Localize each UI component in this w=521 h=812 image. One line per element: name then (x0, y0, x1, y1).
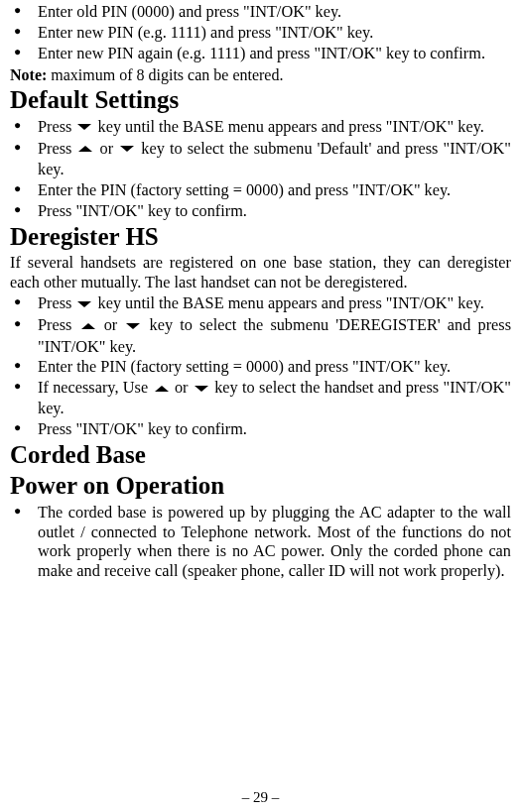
text: If necessary, Use (38, 378, 153, 397)
list-item: Press key until the BASE menu appears an… (10, 117, 511, 138)
list-item: The corded base is powered up by pluggin… (10, 503, 511, 582)
svg-marker-6 (155, 386, 169, 392)
list-item: Enter old PIN (0000) and press "INT/OK" … (10, 2, 511, 22)
svg-marker-2 (120, 146, 134, 152)
list-item: Enter new PIN again (e.g. 1111) and pres… (10, 44, 511, 63)
text: Press (38, 139, 76, 158)
list-item: Press "INT/OK" key to confirm. (10, 201, 511, 221)
heading-power-on: Power on Operation (10, 472, 511, 501)
svg-marker-1 (78, 146, 92, 152)
svg-marker-4 (81, 323, 95, 329)
down-arrow-icon (118, 138, 136, 158)
list-item: Press or key to select the submenu 'DERE… (10, 315, 511, 356)
text: or (97, 315, 125, 334)
heading-default-settings: Default Settings (10, 86, 511, 115)
list-item: Press "INT/OK" key to confirm. (10, 419, 511, 439)
text: or (94, 139, 118, 158)
note-text: maximum of 8 digits can be entered. (47, 66, 283, 83)
default-settings-list: Press key until the BASE menu appears an… (10, 117, 511, 221)
down-arrow-icon (124, 315, 142, 335)
power-on-list: The corded base is powered up by pluggin… (10, 503, 511, 582)
page-number: – 29 – (0, 789, 521, 806)
note-label: Note: (10, 66, 47, 83)
up-arrow-icon (79, 315, 97, 335)
text: or (171, 378, 193, 397)
text: key until the BASE menu appears and pres… (93, 293, 483, 312)
svg-marker-3 (77, 301, 91, 307)
deregister-list: Press key until the BASE menu appears an… (10, 293, 511, 439)
up-arrow-icon (76, 138, 94, 158)
down-arrow-icon (193, 378, 210, 398)
svg-marker-7 (195, 386, 208, 392)
note-line: Note: maximum of 8 digits can be entered… (10, 65, 511, 84)
list-item: If necessary, Use or key to select the h… (10, 378, 511, 418)
text: Press (38, 293, 75, 312)
text: key until the BASE menu appears and pres… (93, 117, 483, 136)
pin-change-list: Enter old PIN (0000) and press "INT/OK" … (10, 2, 511, 63)
heading-corded-base: Corded Base (10, 441, 511, 470)
list-item: Press key until the BASE menu appears an… (10, 293, 511, 314)
svg-marker-5 (126, 323, 140, 329)
page: Enter old PIN (0000) and press "INT/OK" … (0, 0, 521, 812)
list-item: Press or key to select the submenu 'Defa… (10, 139, 511, 179)
list-item: Enter the PIN (factory setting = 0000) a… (10, 180, 511, 200)
svg-marker-0 (77, 124, 91, 130)
up-arrow-icon (153, 378, 171, 398)
list-item: Enter new PIN (e.g. 1111) and press "INT… (10, 23, 511, 43)
heading-deregister-hs: Deregister HS (10, 223, 511, 252)
down-arrow-icon (75, 292, 93, 312)
down-arrow-icon (75, 116, 93, 136)
list-item: Enter the PIN (factory setting = 0000) a… (10, 357, 511, 377)
text: Press (38, 117, 75, 136)
text: Press (38, 315, 79, 334)
deregister-intro: If several handsets are registered on on… (10, 253, 511, 292)
